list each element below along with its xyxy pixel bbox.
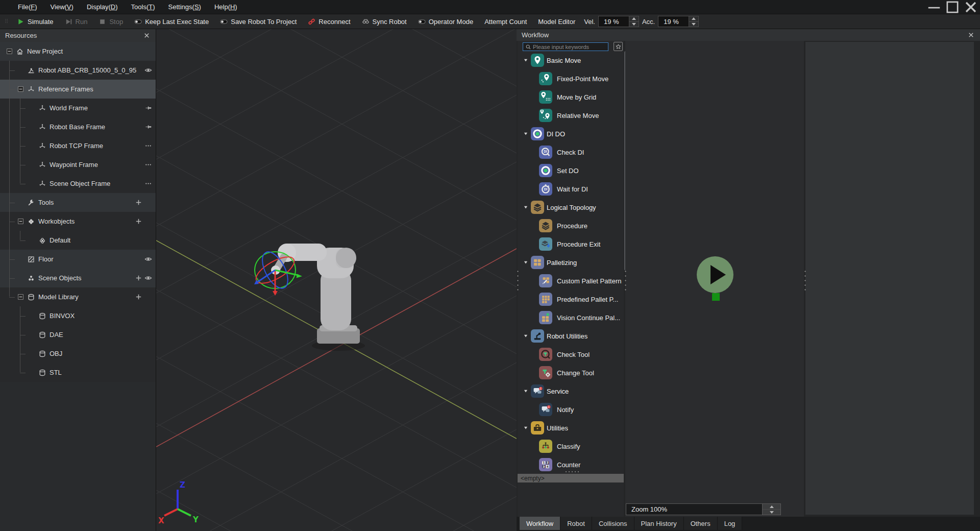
toolbar-operator-mode-button[interactable]: Operator Mode	[412, 16, 479, 28]
favorites-button[interactable]	[614, 42, 623, 51]
triangle-down-icon[interactable]	[523, 332, 528, 340]
resource-item-scene-object-frame[interactable]: Scene Object Frame	[0, 174, 156, 193]
triangle-down-icon[interactable]	[523, 204, 528, 211]
close-icon[interactable]	[143, 32, 151, 39]
resource-item-stl[interactable]: STL	[0, 363, 156, 382]
velocity-increase-button[interactable]	[629, 16, 639, 21]
resource-item-robot-tcp-frame[interactable]: Robot TCP Frame	[0, 136, 156, 155]
splitter-handle[interactable]	[804, 269, 806, 293]
toolbar-reconnect-button[interactable]: Reconnect	[302, 16, 356, 28]
tab-plan-history[interactable]: Plan History	[634, 517, 684, 530]
toolbar-run-button[interactable]: Run	[59, 16, 93, 28]
empty-selection-bar[interactable]: <empty>	[518, 474, 624, 482]
more-icon[interactable]	[144, 142, 152, 150]
plus-icon[interactable]	[135, 293, 142, 301]
close-icon[interactable]	[962, 0, 980, 14]
step-item-vision-continue-pal[interactable]: Vision Continue Pal...	[518, 308, 624, 327]
menu-item-view[interactable]: View(V)	[44, 1, 80, 13]
toolbar-model-editor-button[interactable]: Model Editor	[532, 16, 581, 28]
step-item-set-do[interactable]: Set DO	[518, 161, 624, 180]
resource-item-model-library[interactable]: Model Library	[0, 287, 156, 306]
acceleration-decrease-button[interactable]	[689, 21, 698, 27]
step-group-logical-topology[interactable]: Logical Topology	[518, 198, 624, 216]
step-item-check-tool[interactable]: Check Tool	[518, 345, 624, 364]
resource-item-tools[interactable]: Tools	[0, 193, 156, 212]
zoom-in-button[interactable]	[763, 504, 780, 509]
resource-item-dae[interactable]: DAE	[0, 325, 156, 344]
step-item-procedure-exit[interactable]: Procedure Exit	[518, 235, 624, 253]
toolbar-simulate-button[interactable]: Simulate	[11, 16, 59, 28]
toolbar-keep-last-exec-state-button[interactable]: Keep Last Exec State	[129, 16, 214, 28]
step-item-change-tool[interactable]: Change Tool	[518, 364, 624, 382]
step-item-classify[interactable]: Classify	[518, 437, 624, 455]
step-item-move-by-grid[interactable]: Move by Grid	[518, 88, 624, 106]
robot-model[interactable]	[271, 244, 365, 351]
step-group-di-do[interactable]: DI DO	[518, 125, 624, 143]
resource-item-obj[interactable]: OBJ	[0, 344, 156, 363]
toolbar-grip-icon[interactable]	[4, 16, 9, 27]
triangle-down-icon[interactable]	[523, 424, 528, 432]
resource-item-reference-frames[interactable]: Reference Frames	[0, 80, 156, 99]
step-item-procedure[interactable]: Procedure	[518, 216, 624, 235]
more-icon[interactable]	[144, 161, 152, 168]
triangle-down-icon[interactable]	[523, 388, 528, 395]
step-item-check-di[interactable]: DICheck DI	[518, 143, 624, 161]
step-item-relative-move[interactable]: Relative Move	[518, 106, 624, 125]
step-item-wait-for-di[interactable]: DIWait for DI	[518, 180, 624, 198]
acceleration-increase-button[interactable]	[689, 16, 698, 21]
zoom-out-button[interactable]	[763, 509, 780, 515]
more-icon[interactable]	[144, 180, 152, 187]
toolbar-stop-button[interactable]: Stop	[93, 16, 129, 28]
tab-others[interactable]: Others	[684, 517, 718, 530]
step-group-robot-utilities[interactable]: Robot Utilities	[518, 327, 624, 345]
tab-collisions[interactable]: Collisions	[592, 517, 634, 530]
resource-item-world-frame[interactable]: World Frame	[0, 99, 156, 117]
3d-viewport[interactable]: Z X Y	[156, 29, 517, 531]
step-item-predefined-pallet-p[interactable]: Predefined Pallet P...	[518, 290, 624, 308]
triangle-down-icon[interactable]	[523, 57, 528, 64]
tab-log[interactable]: Log	[718, 517, 743, 530]
resource-item-default[interactable]: Default	[0, 231, 156, 250]
workflow-start-node[interactable]	[697, 256, 733, 293]
eye-icon[interactable]	[144, 255, 152, 263]
splitter-handle[interactable]	[517, 269, 519, 293]
resource-item-new-project[interactable]: New Project	[0, 42, 156, 61]
velocity-spinbox[interactable]: 19 %	[598, 16, 639, 27]
step-item-notify[interactable]: 1Notify	[518, 400, 624, 419]
eye-icon[interactable]	[144, 274, 152, 282]
expander-minus-icon[interactable]	[6, 48, 13, 55]
resource-item-robot-abb-crb-15000-5-0-95[interactable]: Robot ABB_CRB_15000_5_0_95	[0, 61, 156, 80]
search-input[interactable]	[533, 44, 606, 50]
pin-icon[interactable]	[144, 123, 152, 131]
step-item-fixed-point-move[interactable]: Fixed-Point Move	[518, 69, 624, 88]
minimize-icon[interactable]	[925, 0, 943, 14]
maximize-icon[interactable]	[943, 0, 962, 14]
resource-item-workobjects[interactable]: Workobjects	[0, 212, 156, 231]
plus-icon[interactable]	[135, 199, 142, 206]
plus-icon[interactable]	[135, 218, 142, 225]
step-group-basic-move[interactable]: Basic Move	[518, 51, 624, 69]
close-icon[interactable]	[967, 31, 975, 39]
step-item-custom-pallet-pattern[interactable]: Custom Pallet Pattern	[518, 272, 624, 290]
resource-item-binvox[interactable]: BINVOX	[0, 306, 156, 325]
step-group-utilities[interactable]: Utilities	[518, 419, 624, 437]
velocity-decrease-button[interactable]	[629, 21, 639, 27]
tab-workflow[interactable]: Workflow	[520, 517, 560, 530]
workflow-canvas[interactable]: Zoom 100%	[625, 41, 804, 517]
step-group-service[interactable]: 1Service	[518, 382, 624, 400]
menu-item-settings[interactable]: Settings(S)	[162, 1, 208, 13]
pin-icon[interactable]	[144, 104, 152, 112]
triangle-down-icon[interactable]	[523, 130, 528, 138]
menu-item-help[interactable]: Help(H)	[208, 1, 244, 13]
menu-item-tools[interactable]: Tools(T)	[125, 1, 162, 13]
triangle-down-icon[interactable]	[523, 259, 528, 267]
tree-resize-handle[interactable]	[565, 470, 581, 473]
resource-item-floor[interactable]: Floor	[0, 250, 156, 269]
menu-item-file[interactable]: File(F)	[11, 1, 44, 13]
plus-icon[interactable]	[135, 274, 142, 282]
acceleration-spinbox[interactable]: 19 %	[658, 16, 699, 27]
expander-minus-icon[interactable]	[17, 86, 24, 92]
toolbar-sync-robot-button[interactable]: Sync Robot	[356, 16, 412, 28]
expander-minus-icon[interactable]	[17, 294, 24, 300]
menu-item-display[interactable]: Display(D)	[80, 1, 125, 13]
